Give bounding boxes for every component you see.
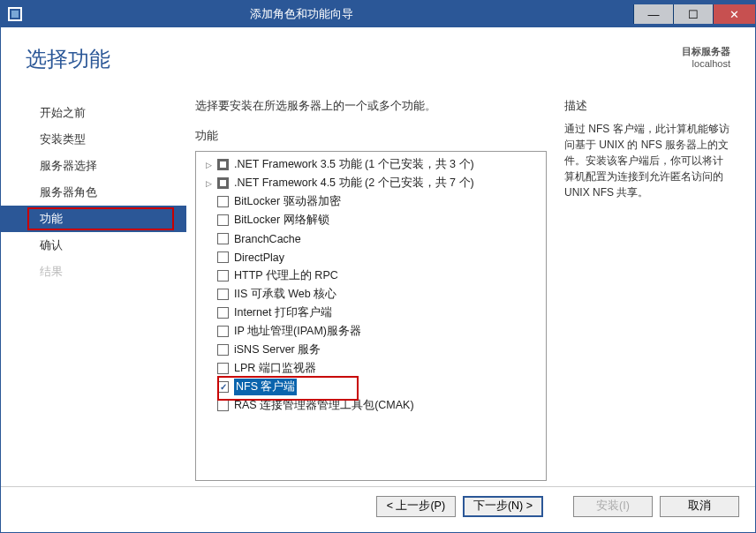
feature-checkbox[interactable] xyxy=(217,251,229,263)
header: 选择功能 目标服务器 localhost xyxy=(1,27,755,82)
feature-label: .NET Framework 4.5 功能 (2 个已安装，共 7 个) xyxy=(234,176,474,191)
wizard-steps-sidebar: 开始之前安装类型服务器选择服务器角色功能确认结果 xyxy=(1,82,186,481)
feature-item[interactable]: ▷.NET Framework 3.5 功能 (1 个已安装，共 3 个) xyxy=(196,155,546,174)
wizard-step-2[interactable]: 服务器选择 xyxy=(1,153,186,179)
feature-item[interactable]: ▷NFS 客户端 xyxy=(196,378,546,396)
wizard-step-5[interactable]: 确认 xyxy=(1,232,186,259)
feature-label: Internet 打印客户端 xyxy=(234,305,332,320)
wizard-step-6: 结果 xyxy=(1,259,186,285)
close-button[interactable]: ✕ xyxy=(713,4,755,24)
feature-item[interactable]: ▷Internet 打印客户端 xyxy=(196,304,546,322)
features-scroll[interactable]: ▷.NET Framework 3.5 功能 (1 个已安装，共 3 个)▷.N… xyxy=(196,152,546,480)
page-title: 选择功能 xyxy=(26,45,682,73)
feature-label: HTTP 代理上的 RPC xyxy=(234,268,338,283)
maximize-button[interactable]: ☐ xyxy=(673,4,713,24)
body: 开始之前安装类型服务器选择服务器角色功能确认结果 选择要安装在所选服务器上的一个… xyxy=(1,82,755,481)
features-tree: ▷.NET Framework 3.5 功能 (1 个已安装，共 3 个)▷.N… xyxy=(195,151,547,481)
feature-checkbox[interactable] xyxy=(217,214,229,226)
main-panel: 选择要安装在所选服务器上的一个或多个功能。 功能 ▷.NET Framework… xyxy=(186,82,755,481)
feature-checkbox[interactable] xyxy=(217,289,229,300)
feature-item[interactable]: ▷IP 地址管理(IPAM)服务器 xyxy=(196,322,546,341)
window-title: 添加角色和功能向导 xyxy=(0,6,633,22)
description-text: 通过 NFS 客户端，此计算机能够访问基于 UNIX 的 NFS 服务器上的文件… xyxy=(564,121,732,200)
feature-label: NFS 客户端 xyxy=(234,379,297,395)
wizard-window: 添加角色和功能向导 — ☐ ✕ 选择功能 目标服务器 localhost 开始之… xyxy=(0,0,756,533)
feature-item[interactable]: ▷BranchCache xyxy=(196,229,546,248)
features-header: 功能 xyxy=(195,128,547,144)
feature-item[interactable]: ▷DirectPlay xyxy=(196,248,546,266)
feature-label: RAS 连接管理器管理工具包(CMAK) xyxy=(234,398,414,413)
wizard-step-1[interactable]: 安装类型 xyxy=(1,126,186,153)
feature-checkbox[interactable] xyxy=(217,196,229,207)
feature-item[interactable]: ▷BitLocker 驱动器加密 xyxy=(196,192,546,211)
description-header: 描述 xyxy=(564,98,732,114)
feature-label: .NET Framework 3.5 功能 (1 个已安装，共 3 个) xyxy=(234,157,474,172)
target-server-value: localhost xyxy=(682,58,730,69)
minimize-button[interactable]: — xyxy=(633,4,673,24)
feature-item[interactable]: ▷RAS 连接管理器管理工具包(CMAK) xyxy=(196,396,546,415)
feature-item[interactable]: ▷.NET Framework 4.5 功能 (2 个已安装，共 7 个) xyxy=(196,174,546,192)
description-column: 描述 通过 NFS 客户端，此计算机能够访问基于 UNIX 的 NFS 服务器上… xyxy=(564,98,732,481)
feature-label: IP 地址管理(IPAM)服务器 xyxy=(234,324,361,339)
feature-label: iSNS Server 服务 xyxy=(234,342,321,357)
wizard-step-4[interactable]: 功能 xyxy=(1,206,186,232)
feature-checkbox[interactable] xyxy=(217,159,229,170)
feature-checkbox[interactable] xyxy=(217,326,229,337)
feature-item[interactable]: ▷iSNS Server 服务 xyxy=(196,341,546,359)
feature-checkbox[interactable] xyxy=(217,400,229,411)
footer-buttons: < 上一步(P) 下一步(N) > 安装(I) 取消 xyxy=(1,486,755,525)
titlebar: 添加角色和功能向导 — ☐ ✕ xyxy=(1,1,755,27)
feature-checkbox[interactable] xyxy=(217,177,229,189)
feature-label: BitLocker 网络解锁 xyxy=(234,213,329,228)
feature-item[interactable]: ▷BitLocker 网络解锁 xyxy=(196,211,546,229)
feature-item[interactable]: ▷LPR 端口监视器 xyxy=(196,359,546,378)
feature-item[interactable]: ▷IIS 可承载 Web 核心 xyxy=(196,285,546,304)
expander-icon[interactable]: ▷ xyxy=(203,178,214,189)
feature-label: IIS 可承载 Web 核心 xyxy=(234,287,336,302)
feature-label: BranchCache xyxy=(234,233,301,245)
expander-icon[interactable]: ▷ xyxy=(203,160,214,170)
target-server-label: 目标服务器 xyxy=(682,45,730,58)
feature-checkbox[interactable] xyxy=(217,363,229,374)
cancel-button[interactable]: 取消 xyxy=(660,496,739,517)
feature-label: BitLocker 驱动器加密 xyxy=(234,194,341,209)
previous-button[interactable]: < 上一步(P) xyxy=(376,496,456,517)
wizard-step-0[interactable]: 开始之前 xyxy=(1,100,186,126)
content-area: 选择功能 目标服务器 localhost 开始之前安装类型服务器选择服务器角色功… xyxy=(1,27,755,532)
feature-checkbox[interactable] xyxy=(217,344,229,356)
feature-label: LPR 端口监视器 xyxy=(234,361,316,376)
app-icon xyxy=(8,7,22,21)
feature-checkbox[interactable] xyxy=(217,381,229,393)
feature-checkbox[interactable] xyxy=(217,233,229,244)
features-column: 选择要安装在所选服务器上的一个或多个功能。 功能 ▷.NET Framework… xyxy=(195,98,547,481)
next-button[interactable]: 下一步(N) > xyxy=(463,496,543,517)
wizard-step-3[interactable]: 服务器角色 xyxy=(1,179,186,206)
feature-item[interactable]: ▷HTTP 代理上的 RPC xyxy=(196,266,546,285)
feature-label: DirectPlay xyxy=(234,251,284,264)
feature-checkbox[interactable] xyxy=(217,307,229,319)
feature-checkbox[interactable] xyxy=(217,270,229,282)
install-button: 安装(I) xyxy=(573,496,653,517)
window-controls: — ☐ ✕ xyxy=(633,4,755,24)
target-server-box: 目标服务器 localhost xyxy=(682,45,730,73)
prompt-text: 选择要安装在所选服务器上的一个或多个功能。 xyxy=(195,98,547,114)
